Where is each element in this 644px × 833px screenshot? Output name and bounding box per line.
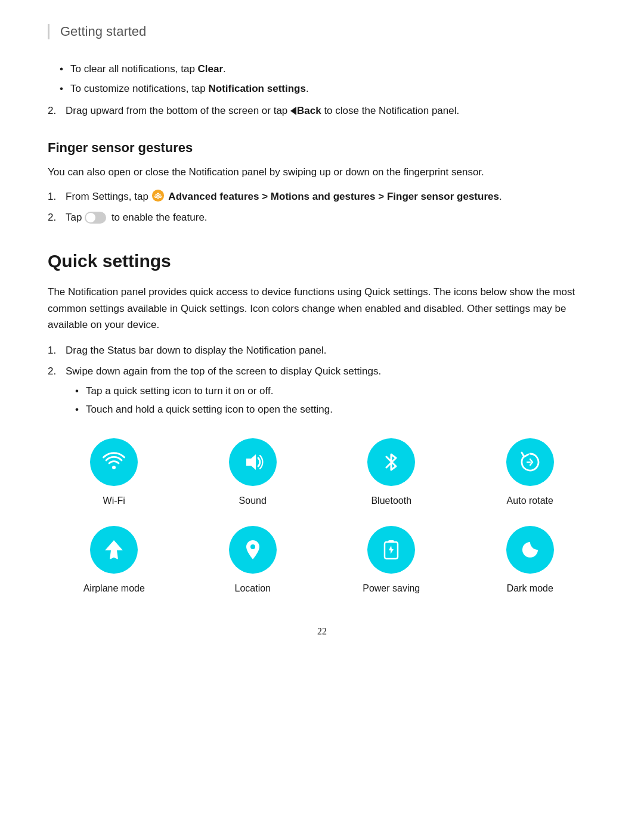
location-label: Location — [235, 581, 271, 596]
powersaving-icon-circle — [367, 526, 415, 574]
quick-step2-bullets: Tap a quick setting icon to turn it on o… — [66, 383, 596, 417]
quick-step2-text: Swipe down again from the top of the scr… — [66, 366, 381, 377]
content-body: To clear all notifications, tap Clear. T… — [48, 61, 596, 596]
qs-item-wifi: Wi-Fi — [48, 438, 181, 509]
svg-point-6 — [250, 544, 255, 549]
bullet-notif-end: . — [306, 83, 309, 94]
wifi-label: Wi-Fi — [103, 493, 125, 509]
powersaving-label: Power saving — [363, 581, 420, 596]
sound-icon-circle — [229, 438, 277, 486]
qs-item-location: Location — [187, 526, 320, 596]
bullet-clear-end: . — [223, 63, 226, 75]
bluetooth-icon-circle — [367, 438, 415, 486]
autorotate-icon — [518, 450, 543, 475]
step-num-2: 2. — [48, 103, 66, 119]
quick-step-num-2: 2. — [48, 363, 66, 420]
bluetooth-label: Bluetooth — [371, 493, 411, 509]
bullet-notif-bold: Notification settings — [209, 83, 306, 94]
drag-step-list: 2. Drag upward from the bottom of the sc… — [48, 103, 596, 119]
qs-item-darkmode: Dark mode — [464, 526, 597, 596]
location-icon-circle — [229, 526, 277, 574]
drag-step-2-content: Drag upward from the bottom of the scree… — [66, 103, 596, 119]
page-footer: 22 — [48, 626, 596, 637]
quick-step-1-content: Drag the Status bar down to display the … — [66, 342, 596, 358]
quick-bullet-2: Touch and hold a quick setting icon to o… — [75, 401, 596, 417]
header-title: Getting started — [60, 24, 146, 39]
sound-label: Sound — [239, 493, 267, 509]
finger-step-num-2: 2. — [48, 209, 66, 225]
autorotate-icon-circle — [506, 438, 554, 486]
finger-step1-pre: From Settings, tap — [66, 191, 151, 202]
bullet-notif-text: To customize notifications, tap — [70, 83, 209, 94]
quick-step-2-content: Swipe down again from the top of the scr… — [66, 363, 596, 420]
bluetooth-icon — [379, 450, 404, 475]
quick-steps-list: 1. Drag the Status bar down to display t… — [48, 342, 596, 420]
finger-step2-pre: Tap — [66, 212, 85, 223]
bullet-clear-bold: Clear — [198, 63, 224, 75]
svg-point-4 — [112, 466, 116, 469]
finger-step-2-content: Tap to enable the feature. — [66, 209, 596, 225]
darkmode-icon — [518, 537, 543, 562]
finger-step-1-content: From Settings, tap Advanced features > M… — [66, 188, 596, 205]
page-number: 22 — [317, 626, 327, 636]
page-header: Getting started — [48, 24, 596, 39]
qs-item-sound: Sound — [187, 438, 320, 509]
finger-step-2: 2. Tap to enable the feature. — [48, 209, 596, 225]
wifi-icon — [101, 450, 126, 475]
svg-rect-8 — [388, 540, 394, 543]
toggle-switch-icon — [85, 212, 106, 224]
qs-item-bluetooth: Bluetooth — [325, 438, 458, 509]
svg-marker-5 — [246, 454, 256, 470]
airplane-icon-circle — [90, 526, 138, 574]
qs-item-autorotate: Auto rotate — [464, 438, 597, 509]
finger-step-num-1: 1. — [48, 188, 66, 205]
sound-icon — [240, 450, 265, 475]
airplane-icon — [101, 537, 126, 562]
quick-bullet-1: Tap a quick setting icon to turn it on o… — [75, 383, 596, 399]
quick-settings-icons-grid: Wi-Fi Sound Bluetooth — [48, 438, 596, 596]
wifi-icon-circle — [90, 438, 138, 486]
bullet-clear-text: To clear all notifications, tap — [70, 63, 198, 75]
bullet-clear: To clear all notifications, tap Clear. — [60, 61, 596, 77]
finger-sensor-para: You can also open or close the Notificat… — [48, 164, 596, 180]
step2-text: Drag upward from the bottom of the scree… — [66, 105, 290, 116]
airplane-label: Airplane mode — [83, 581, 145, 596]
finger-step-1: 1. From Settings, tap Advanced features … — [48, 188, 596, 205]
autorotate-label: Auto rotate — [507, 493, 553, 509]
notifications-bullet-list: To clear all notifications, tap Clear. T… — [48, 61, 596, 97]
quick-step-num-1: 1. — [48, 342, 66, 358]
quick-settings-heading: Quick settings — [48, 247, 596, 275]
back-chevron-icon — [290, 107, 296, 115]
powersaving-icon — [379, 537, 404, 562]
step2-end: to close the Notification panel. — [321, 105, 460, 116]
finger-step1-end: . — [499, 191, 502, 202]
qs-item-airplane: Airplane mode — [48, 526, 181, 596]
qs-item-powersaving: Power saving — [325, 526, 458, 596]
advanced-features-icon — [151, 189, 165, 202]
quick-step-1: 1. Drag the Status bar down to display t… — [48, 342, 596, 358]
step2-back-bold: Back — [297, 105, 321, 116]
finger-sensor-heading: Finger sensor gestures — [48, 137, 596, 158]
quick-settings-para: The Notification panel provides quick ac… — [48, 284, 596, 333]
darkmode-label: Dark mode — [507, 581, 553, 596]
bullet-notification-settings: To customize notifications, tap Notifica… — [60, 80, 596, 97]
darkmode-icon-circle — [506, 526, 554, 574]
drag-step-2: 2. Drag upward from the bottom of the sc… — [48, 103, 596, 119]
finger-step1-bold: Advanced features > Motions and gestures… — [168, 191, 499, 202]
location-icon — [240, 537, 265, 562]
finger-step2-end: to enable the feature. — [112, 212, 208, 223]
finger-steps-list: 1. From Settings, tap Advanced features … — [48, 188, 596, 225]
quick-step-2: 2. Swipe down again from the top of the … — [48, 363, 596, 420]
